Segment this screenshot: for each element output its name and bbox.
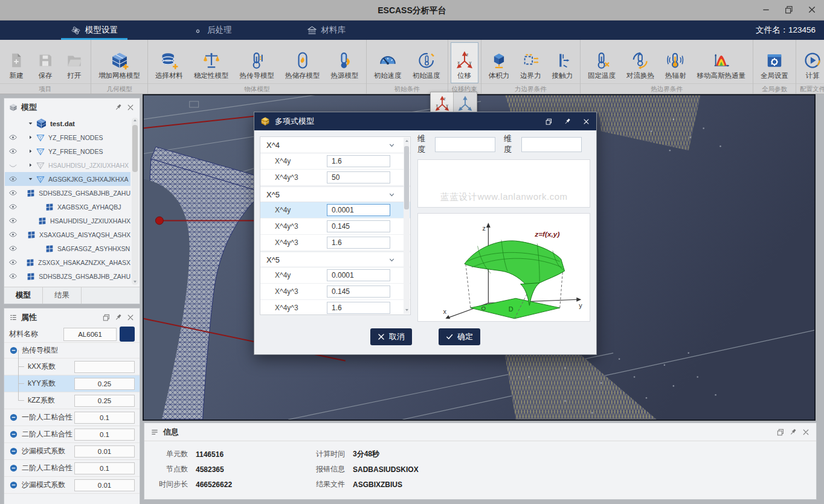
eye-visible-icon[interactable]	[5, 147, 21, 156]
coefficient-input[interactable]	[327, 155, 390, 167]
material-settings-button[interactable]	[120, 327, 135, 342]
tab-模型[interactable]: 模型	[4, 287, 43, 304]
eye-visible-icon[interactable]	[5, 244, 21, 253]
eye-visible-icon[interactable]	[5, 272, 21, 281]
tree-item[interactable]: HSAUHDISU_JZXIUXHAHX	[5, 158, 130, 172]
toolbar-button-compute[interactable]: 计算	[799, 42, 824, 83]
coefficient-row[interactable]: X^4y	[260, 202, 410, 219]
cancel-button[interactable]: 取消	[370, 328, 412, 345]
tree-item[interactable]: SAGFASGZ_ASYHHXSN	[5, 241, 130, 255]
coefficient-input[interactable]	[327, 269, 390, 281]
toolbar-button-boundary-force[interactable]: 边界力	[515, 42, 546, 83]
eye-visible-icon[interactable]	[5, 133, 21, 142]
property-value-input[interactable]	[74, 479, 135, 491]
coefficient-section-header[interactable]: X^5	[260, 251, 410, 267]
model-tree-scrollbar[interactable]	[132, 118, 138, 285]
toolbar-button-initial-velocity[interactable]: 初始速度	[369, 42, 407, 83]
eye-visible-icon[interactable]	[5, 258, 21, 267]
pin-icon[interactable]	[114, 103, 123, 112]
tab-model-settings[interactable]: 模型设置	[57, 21, 131, 40]
eye-visible-icon[interactable]	[5, 202, 21, 211]
material-name-input[interactable]	[63, 328, 117, 341]
close-icon[interactable]	[126, 313, 135, 322]
tab-结果[interactable]: 结果	[43, 287, 82, 304]
toolbar-button-displacement[interactable]: zxy位移	[451, 42, 478, 83]
toolbar-button-volume-force[interactable]: 体积力	[484, 42, 515, 83]
restore-panel-icon[interactable]	[102, 313, 111, 322]
pin-icon[interactable]	[789, 428, 797, 436]
eye-visible-icon[interactable]	[5, 174, 21, 183]
restore-dialog-icon[interactable]	[545, 118, 553, 126]
tab-material-lib[interactable]: 材料库	[294, 21, 359, 40]
expander-icon[interactable]	[27, 176, 34, 182]
coefficient-row[interactable]: X^4y^3	[260, 170, 410, 186]
scroll-up-icon[interactable]	[404, 138, 409, 144]
coefficient-section-header[interactable]: X^4	[260, 137, 410, 153]
toolbar-button-open[interactable]: 打开	[60, 42, 88, 83]
toolbar-button-save[interactable]: 保存	[31, 42, 59, 83]
tree-item[interactable]: YZ_FREE_NODES	[5, 130, 130, 144]
property-row[interactable]: 沙漏模式系数	[4, 477, 140, 494]
coefficient-row[interactable]: X^4y^3	[260, 235, 410, 251]
tab-post-process[interactable]: 后处理	[179, 21, 245, 40]
scroll-down-icon[interactable]	[404, 307, 409, 313]
property-row[interactable]: kYY系数	[4, 375, 140, 392]
tree-item[interactable]: XSAXGAUS_AISYAQSH_ASHX	[5, 228, 130, 241]
property-value-input[interactable]	[74, 378, 135, 390]
tree-item[interactable]: test.dat	[5, 116, 130, 130]
coefficient-input[interactable]	[327, 302, 390, 314]
property-value-input[interactable]	[74, 429, 135, 441]
coefficient-row[interactable]: X^4y	[260, 267, 410, 284]
coefficient-input[interactable]	[327, 171, 390, 183]
coefficient-input[interactable]	[327, 220, 390, 232]
minimize-button[interactable]	[761, 5, 772, 16]
tree-item[interactable]: ZSXGX_HSAKAZNZXK_AHASX	[5, 255, 130, 269]
coefficient-input[interactable]	[327, 204, 390, 216]
property-row[interactable]: kXX系数	[4, 359, 140, 375]
expander-icon[interactable]	[27, 121, 34, 126]
expander-icon[interactable]	[27, 162, 34, 168]
toolbar-button-add-mesh-model[interactable]: 增加网格模型	[94, 42, 145, 83]
property-group-heat-conduction[interactable]: 热传导模型	[4, 343, 140, 359]
coefficient-row[interactable]: X^4y^3	[260, 284, 410, 300]
toolbar-button-heat-conduction-model[interactable]: 热传导模型	[235, 42, 280, 83]
tree-item[interactable]: SDHSBJZS_GHSABJHB_ZAHU	[5, 186, 130, 200]
eye-visible-icon[interactable]	[5, 216, 21, 225]
expander-icon[interactable]	[27, 148, 34, 154]
eye-hidden-icon[interactable]	[5, 161, 21, 170]
scrollbar-thumb[interactable]	[404, 146, 409, 209]
toolbar-button-contact-force[interactable]: 接触力	[547, 42, 578, 83]
restore-window-button[interactable]	[784, 5, 795, 16]
toolbar-button-radiation[interactable]: 热辐射	[660, 42, 691, 83]
coefficient-row[interactable]: X^4y^3	[260, 219, 410, 235]
close-icon[interactable]	[802, 428, 810, 436]
coefficient-row[interactable]: X^4y	[260, 153, 410, 170]
scroll-down-icon[interactable]	[132, 279, 138, 285]
toolbar-button-fixed-temperature[interactable]: 固定温度	[583, 42, 620, 83]
pin-icon[interactable]	[114, 313, 123, 322]
toolbar-button-new[interactable]: 新建	[2, 42, 30, 83]
toolbar-button-global-settings[interactable]: 全局设置	[756, 42, 793, 83]
dimension-input[interactable]	[435, 137, 495, 152]
coefficient-input[interactable]	[327, 237, 390, 249]
ok-button[interactable]: 确定	[439, 328, 480, 345]
close-icon[interactable]	[126, 103, 135, 112]
toolbar-button-heat-storage-model[interactable]: 热储存模型	[280, 42, 325, 83]
tree-item[interactable]: SDHSBJZS_GHSABJHB_ZAHU	[5, 269, 130, 283]
tree-item[interactable]: HSAUHDISU_JZXIUXHAHX	[5, 214, 130, 228]
eye-visible-icon[interactable]	[5, 230, 21, 239]
close-window-button[interactable]	[807, 5, 818, 16]
property-value-input[interactable]	[74, 361, 135, 373]
coefficient-row[interactable]: X^4y^3	[260, 300, 410, 315]
scroll-up-icon[interactable]	[132, 118, 138, 124]
property-row[interactable]: kZZ系数	[4, 392, 140, 409]
toolbar-button-initial-temperature[interactable]: 初始温度	[408, 42, 445, 83]
toolbar-button-heat-source-model[interactable]: 热源模型	[326, 42, 364, 83]
property-value-input[interactable]	[74, 445, 135, 458]
tree-item[interactable]: YZ_FREE_NODES	[5, 144, 130, 158]
close-dialog-icon[interactable]	[582, 118, 590, 126]
property-row[interactable]: 二阶人工粘合性	[4, 426, 140, 443]
tree-item[interactable]: XAGBSXG_AYHAQBJ	[5, 200, 130, 214]
dimension-input[interactable]	[521, 137, 582, 152]
property-row[interactable]: 沙漏模式系数	[4, 443, 140, 460]
